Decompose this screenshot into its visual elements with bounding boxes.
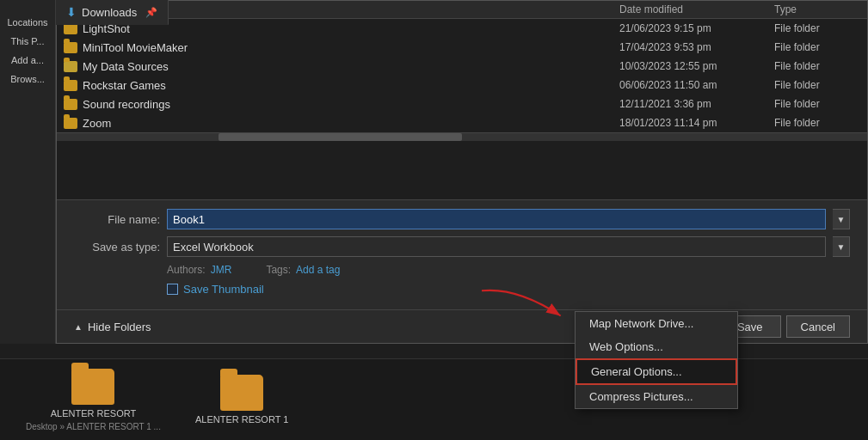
menu-item-general-options-label: General Options...	[591, 365, 682, 378]
tools-dropdown-menu: Map Network Drive... Web Options... Gene…	[575, 311, 738, 409]
table-row[interactable]: Rockstar Games 06/06/2023 11:50 am File …	[57, 76, 867, 95]
tags-item: Tags: Add a tag	[266, 264, 340, 276]
downloads-tab[interactable]: ⬇ Downloads 📌	[56, 0, 169, 25]
menu-item-compress-label: Compress Pictures...	[589, 390, 693, 403]
taskbar-label-2: ALENTER RESORT 1	[195, 414, 288, 425]
filename-row: File name: ▼	[74, 209, 850, 229]
save-dialog: Name Date modified Type LightShot 21/06/…	[56, 0, 868, 344]
menu-item-map-network[interactable]: Map Network Drive...	[576, 312, 737, 335]
taskbar-sublabel-1: Desktop » ALENTER RESORT 1 ...	[26, 422, 161, 431]
file-type: File folder	[774, 98, 860, 110]
savetype-select[interactable]: Excel Workbook	[167, 236, 826, 257]
menu-item-compress[interactable]: Compress Pictures...	[576, 385, 737, 408]
savetype-label: Save as type:	[74, 241, 160, 254]
savetype-row: Save as type: Excel Workbook ▼	[74, 236, 850, 257]
sidebar-browse-label: Brows...	[10, 74, 45, 84]
authors-item: Authors: JMR	[167, 264, 231, 276]
buttons-row: ▲ Hide Folders Tools ▼ Save Cancel	[57, 309, 867, 343]
file-type: File folder	[774, 117, 860, 129]
sidebar-locations-label: Locations	[7, 17, 47, 28]
taskbar-folder-icon-2	[220, 375, 263, 411]
sidebar-item-add[interactable]: Add a...	[0, 52, 55, 69]
file-name: Zoom	[83, 117, 111, 130]
file-name: Rockstar Games	[83, 79, 166, 92]
folder-icon	[64, 80, 77, 91]
file-type: File folder	[774, 41, 860, 53]
file-type: File folder	[774, 79, 860, 91]
menu-item-map-network-label: Map Network Drive...	[589, 317, 693, 330]
form-area: File name: ▼ Save as type: Excel Workboo…	[57, 199, 867, 309]
col-type: Type	[774, 3, 860, 15]
file-type: File folder	[774, 60, 860, 72]
tags-value[interactable]: Add a tag	[296, 264, 340, 276]
taskbar-folder-icon-1	[71, 369, 114, 405]
folder-icon	[64, 99, 77, 110]
thumbnail-checkbox-wrapper[interactable]: Save Thumbnail	[167, 283, 264, 296]
filename-input[interactable]	[167, 209, 826, 229]
menu-item-general-options[interactable]: General Options...	[576, 358, 737, 385]
file-list-area: Name Date modified Type LightShot 21/06/…	[57, 1, 867, 199]
savetype-dropdown-arrow[interactable]: ▼	[833, 236, 850, 257]
sidebar-item-thispc[interactable]: This P...	[0, 33, 55, 50]
file-list: Name Date modified Type LightShot 21/06/…	[57, 1, 867, 199]
sidebar: Locations This P... Add a... Brows...	[0, 0, 56, 344]
sidebar-item-browse[interactable]: Brows...	[0, 70, 55, 88]
taskbar-label-1: ALENTER RESORT	[51, 408, 136, 419]
file-date: 21/06/2023 9:15 pm	[619, 22, 774, 34]
taskbar-item-2[interactable]: ALENTER RESORT 1	[195, 375, 288, 425]
file-name: MiniTool MovieMaker	[83, 41, 188, 54]
file-date: 18/01/2023 11:14 pm	[619, 117, 774, 129]
tab-label: Downloads	[82, 6, 137, 19]
horizontal-scrollbar[interactable]	[57, 132, 867, 141]
file-date: 17/04/2023 9:53 pm	[619, 41, 774, 53]
meta-row: Authors: JMR Tags: Add a tag	[74, 264, 850, 276]
scrollbar-thumb[interactable]	[219, 133, 462, 141]
menu-item-web-options-label: Web Options...	[589, 340, 663, 353]
col-date: Date modified	[619, 3, 774, 15]
sidebar-thispc-label: This P...	[11, 36, 45, 46]
sidebar-item-locations[interactable]: Locations	[0, 14, 55, 31]
sidebar-add-label: Add a...	[11, 55, 44, 65]
table-row[interactable]: LightShot 21/06/2023 9:15 pm File folder	[57, 19, 867, 38]
menu-item-web-options[interactable]: Web Options...	[576, 335, 737, 358]
taskbar-item-1[interactable]: ALENTER RESORT Desktop » ALENTER RESORT …	[26, 369, 161, 431]
hide-folders-label: Hide Folders	[88, 321, 151, 333]
thumbnail-label: Save Thumbnail	[183, 283, 264, 296]
thumbnail-checkbox[interactable]	[167, 284, 178, 295]
cancel-button[interactable]: Cancel	[786, 315, 850, 338]
file-date: 10/03/2023 12:55 pm	[619, 60, 774, 72]
hide-folders-button[interactable]: ▲ Hide Folders	[74, 321, 151, 333]
tags-label: Tags:	[266, 264, 291, 276]
table-row[interactable]: My Data Sources 10/03/2023 12:55 pm File…	[57, 57, 867, 76]
chevron-up-icon: ▲	[74, 322, 83, 332]
filename-dropdown-arrow[interactable]: ▼	[833, 209, 850, 229]
file-list-header: Name Date modified Type	[57, 1, 867, 19]
file-date: 06/06/2023 11:50 am	[619, 79, 774, 91]
authors-value[interactable]: JMR	[211, 264, 232, 276]
file-name: My Data Sources	[83, 60, 169, 73]
file-date: 12/11/2021 3:36 pm	[619, 98, 774, 110]
table-row[interactable]: Zoom 18/01/2023 11:14 pm File folder	[57, 113, 867, 132]
filename-label: File name:	[74, 213, 160, 226]
folder-icon	[64, 61, 77, 72]
download-icon: ⬇	[66, 5, 77, 19]
table-row[interactable]: Sound recordings 12/11/2021 3:36 pm File…	[57, 95, 867, 113]
authors-label: Authors:	[167, 264, 206, 276]
folder-icon	[64, 42, 77, 53]
file-type: File folder	[774, 22, 860, 34]
table-row[interactable]: MiniTool MovieMaker 17/04/2023 9:53 pm F…	[57, 38, 867, 57]
savetype-wrapper: Excel Workbook	[167, 236, 826, 257]
pin-icon[interactable]: 📌	[145, 7, 157, 18]
file-name: Sound recordings	[83, 98, 170, 111]
folder-icon	[64, 118, 77, 129]
thumbnail-row: Save Thumbnail	[74, 283, 850, 296]
